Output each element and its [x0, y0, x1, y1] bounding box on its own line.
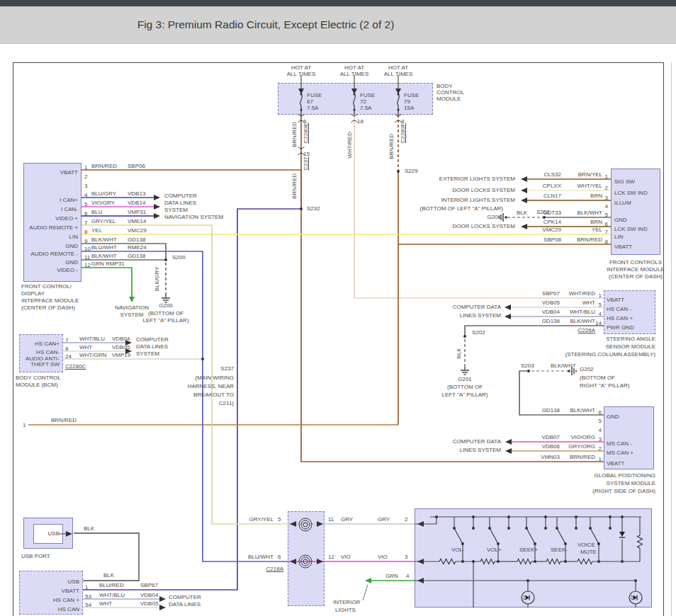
- wire-label: ALL TIMES: [384, 72, 412, 77]
- wire-label: ALL TIMES: [340, 72, 368, 77]
- wire-label: LCK SW IND: [614, 190, 648, 196]
- wire-label: HS CAN +: [607, 316, 633, 321]
- wire-label: VBATT: [614, 244, 632, 250]
- wire-label: 7: [605, 229, 608, 235]
- wire-label: FRONT CONTROL/: [21, 284, 72, 290]
- wire-label: BLK: [84, 526, 94, 532]
- wire-label: 54: [85, 603, 91, 608]
- wire-label: VDB07: [542, 435, 560, 440]
- wire-label: HOT AT: [344, 65, 364, 71]
- wire-label: WHT: [582, 300, 595, 306]
- wire-label: WHT/RED: [569, 291, 595, 297]
- wire-label: COMPUTER: [164, 193, 197, 199]
- wire-label: BLK/WHT: [551, 363, 576, 369]
- wire-label: MUTE: [580, 549, 597, 555]
- wire-label: LINES SYSTEM: [460, 313, 501, 319]
- figure-title: Fig 3: Premium Radio Circuit, Except Ele…: [137, 18, 395, 31]
- wire-label: STEERING ANGLE: [606, 336, 655, 342]
- wire-label: GRY: [378, 517, 390, 523]
- wire-label: VIDEO +: [55, 216, 78, 222]
- wire-label: 6: [278, 554, 281, 560]
- wire-label: BRN: [590, 219, 602, 225]
- wire-label: CLS32: [544, 172, 561, 178]
- wire-label: 3: [84, 183, 87, 189]
- wire-label: VDB14: [128, 200, 145, 206]
- wire-label: 3: [599, 437, 602, 443]
- wire-label: CPLXX: [543, 183, 561, 189]
- wire-label: SENSOR MODULE: [606, 344, 655, 350]
- wire-label: YEL: [592, 227, 602, 233]
- wire-label: DATA LINES: [169, 602, 201, 608]
- wire-label: BRN/RED: [577, 237, 602, 243]
- wire-label: 67: [307, 99, 313, 105]
- wire-label: COMPUTER DATA: [453, 304, 501, 310]
- wire-label: 3: [605, 195, 608, 201]
- wire-label: SBP06: [128, 164, 145, 169]
- wire-label: LCK SW IND: [614, 227, 648, 232]
- wire-label: FUSE: [360, 93, 375, 98]
- wire-label: 2: [84, 174, 87, 180]
- wire-label: GD138: [128, 253, 145, 259]
- wire-label: 1: [84, 165, 87, 171]
- wire-label: VDB13: [128, 191, 145, 197]
- wire-label: GND: [614, 217, 627, 223]
- wire-label: 7: [65, 338, 68, 343]
- wire-label: VMC29: [128, 228, 147, 234]
- wire-label: 6: [605, 222, 608, 227]
- wire-label: 1: [599, 457, 602, 462]
- wire-label: GND: [65, 244, 78, 249]
- wire-label: AUDIO REMOTE +: [29, 225, 78, 231]
- wire-label: 5: [84, 202, 87, 207]
- wire-label: C218A: [266, 566, 283, 572]
- wire-label: DOOR LOCKS SYSTEM: [453, 224, 515, 229]
- wire-label: C226A: [578, 328, 595, 333]
- wire-label: G201: [487, 215, 501, 220]
- wire-label: (CENTER OF DASH): [21, 305, 75, 311]
- wire-label: VBATT: [607, 461, 624, 467]
- wire-label: GLOBAL POSITIONING: [595, 473, 655, 479]
- wire-label: VMN03: [541, 455, 560, 460]
- wire-label: LIGHTS: [335, 608, 356, 613]
- wire-label: COMPUTER DATA: [453, 439, 501, 445]
- wire-label: WHT/YEL: [577, 183, 602, 189]
- wire-label: BLK/WHT: [570, 408, 595, 413]
- wire-label: USB: [48, 531, 60, 537]
- wire-label: 12: [328, 554, 334, 560]
- wire-label: BLK/WHT: [91, 253, 117, 259]
- wire-label: VBATT: [60, 170, 78, 176]
- wire-label: 8: [84, 229, 87, 235]
- wire-label: GRN: [385, 574, 398, 579]
- wire-label: FRONT CONTROLS: [609, 260, 662, 266]
- wire-label: VIO/GRY: [91, 200, 115, 206]
- wire-label: VDB05: [112, 345, 130, 350]
- wire-label: (BOTTOM OF LEFT "A" PILLAR): [420, 206, 503, 212]
- wire-label: 5: [605, 212, 608, 218]
- wire-label: LIN: [69, 234, 78, 240]
- wire-label: VMP31: [128, 210, 146, 215]
- wire-label: VMP19: [112, 353, 130, 358]
- wire-label: 2: [599, 446, 602, 452]
- wire-label: BRN/RED: [292, 173, 298, 199]
- wire-label: VOL-: [451, 547, 465, 553]
- wire-label: 4: [599, 428, 602, 433]
- figure-header: Fig 3: Premium Radio Circuit, Except Ele…: [0, 6, 676, 44]
- wire-label: BLK/WHT: [577, 210, 602, 216]
- wire-label: INTERFACE MODULE: [607, 267, 664, 273]
- wire-label: VDB04: [112, 336, 130, 342]
- wire-label: HOT AT: [291, 65, 311, 71]
- wire-label: SIG SW: [614, 179, 635, 185]
- wire-label: BRN/YEL: [578, 172, 602, 178]
- wire-label: RIGHT "A" PILLAR): [580, 383, 629, 389]
- wire-label: C211): [219, 401, 234, 406]
- wire-label: G202: [580, 367, 594, 372]
- wire-label: VOICE: [578, 542, 595, 548]
- wire-label: LIN: [614, 234, 623, 240]
- wire-label: USB PORT: [21, 554, 50, 559]
- wire-label: VDB04: [140, 593, 158, 598]
- wire-label: BODY CONTROL: [16, 375, 61, 381]
- wire-label: 4: [605, 204, 608, 210]
- wire-label: YEL: [91, 228, 102, 234]
- wire-label: C2280E: [303, 123, 309, 144]
- wire-label: NAVIGATION: [115, 305, 149, 311]
- wire-label: LEFT "A" PILLAR): [142, 318, 188, 324]
